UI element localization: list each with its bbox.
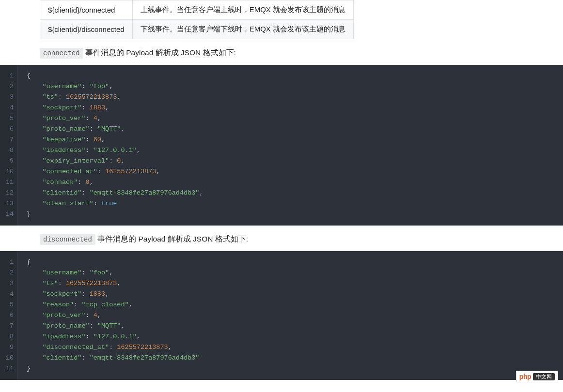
table-row: ${clientid}/disconnected 下线事件。当任意客户端下线时，… bbox=[40, 20, 354, 39]
desc-cell: 上线事件。当任意客户端上线时，EMQX 就会发布该主题的消息 bbox=[132, 0, 353, 20]
table-row: ${clientid}/connected 上线事件。当任意客户端上线时，EMQ… bbox=[40, 0, 354, 20]
desc-text: 事件消息的 Payload 解析成 JSON 格式如下: bbox=[83, 48, 236, 57]
code-content: { "username": "foo", "ts": 1625572213873… bbox=[18, 65, 212, 226]
code-content: { "username": "foo", "ts": 1625572213873… bbox=[18, 251, 208, 380]
watermark-left: php bbox=[519, 373, 531, 380]
line-gutter: 1234567891011121314 bbox=[0, 65, 18, 226]
watermark-right: 中文网 bbox=[533, 373, 555, 380]
desc-text: 事件消息的 Payload 解析成 JSON 格式如下: bbox=[95, 235, 248, 243]
inline-code: disconnected bbox=[40, 234, 95, 245]
desc-cell: 下线事件。当任意客户端下线时，EMQX 就会发布该主题的消息 bbox=[132, 20, 353, 39]
line-gutter: 1234567891011 bbox=[0, 251, 18, 380]
topic-cell: ${clientid}/disconnected bbox=[40, 20, 133, 39]
disconnected-desc: disconnected 事件消息的 Payload 解析成 JSON 格式如下… bbox=[40, 234, 563, 244]
events-table: ${clientid}/connected 上线事件。当任意客户端上线时，EMQ… bbox=[40, 0, 354, 39]
watermark-badge: php 中文网 bbox=[516, 371, 558, 382]
connected-desc: connected 事件消息的 Payload 解析成 JSON 格式如下: bbox=[40, 48, 563, 58]
inline-code: connected bbox=[40, 48, 83, 59]
code-block-disconnected: 1234567891011 { "username": "foo", "ts":… bbox=[0, 251, 563, 380]
topic-cell: ${clientid}/connected bbox=[40, 0, 133, 20]
code-block-connected: 1234567891011121314 { "username": "foo",… bbox=[0, 65, 563, 226]
